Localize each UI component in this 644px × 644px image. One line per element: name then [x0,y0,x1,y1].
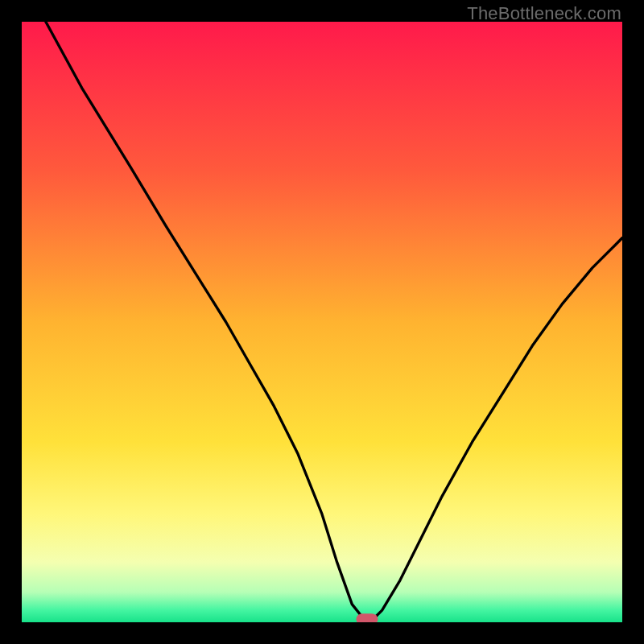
attribution-text: TheBottleneck.com [467,3,621,24]
chart-stage: TheBottleneck.com [0,0,644,644]
curve-minimum-marker [357,613,378,622]
plot-area [22,22,622,622]
bottleneck-curve [46,22,622,619]
curve-layer [22,22,622,622]
